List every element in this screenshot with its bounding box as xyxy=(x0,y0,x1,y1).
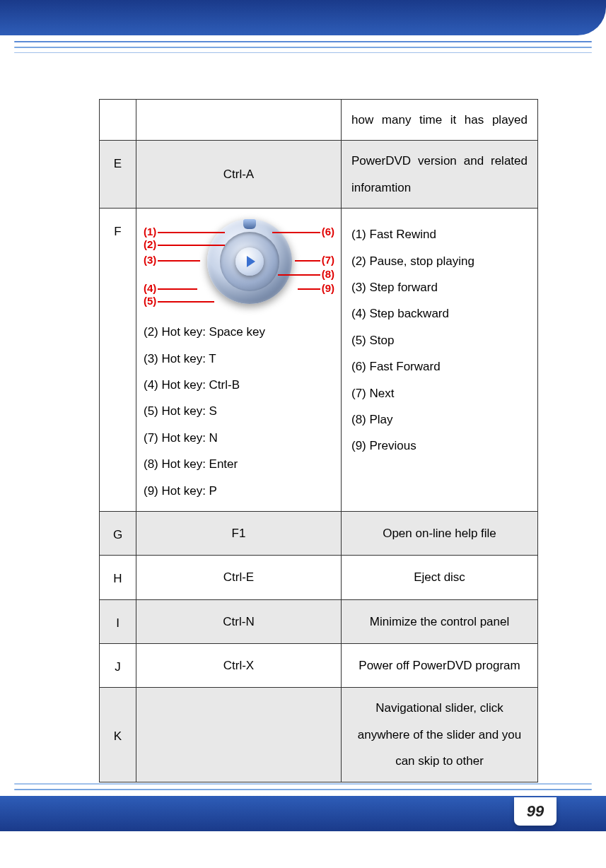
page-number: 99 xyxy=(514,797,557,826)
hotkey-item: (3) Hot key: T xyxy=(144,346,334,372)
footer-decorative-band: 99 xyxy=(0,783,606,868)
header-decorative-band xyxy=(0,0,606,92)
row-label: E xyxy=(100,141,136,209)
row-key xyxy=(136,100,342,141)
table-row: G F1 Open on-line help file xyxy=(100,511,538,555)
callout-6: (6) xyxy=(271,220,334,243)
function-item: (6) Fast Forward xyxy=(351,353,530,380)
row-label: I xyxy=(100,599,136,643)
callout-9: (9) xyxy=(296,276,334,300)
row-key: Ctrl-A xyxy=(136,141,342,209)
row-key: F1 xyxy=(136,511,342,555)
hotkey-item: (2) Hot key: Space key xyxy=(144,319,334,345)
row-key: Ctrl-E xyxy=(136,556,342,599)
function-item: (8) Play xyxy=(351,406,530,433)
table-row: how many time it has played xyxy=(100,100,538,141)
function-item: (2) Pause, stop playing xyxy=(351,248,530,274)
row-desc: Open on-line help file xyxy=(342,511,538,555)
function-item: (1) Fast Rewind xyxy=(351,221,530,247)
row-label: K xyxy=(100,688,136,782)
table-row: E Ctrl-A PowerDVD version and related in… xyxy=(100,141,538,209)
hotkey-item: (9) Hot key: P xyxy=(144,478,334,504)
function-item: (9) Previous xyxy=(351,433,530,459)
callout-3: (3) xyxy=(144,248,202,271)
table-row-f: F (1) (2) (3) (4) (5) (6) (7) xyxy=(100,209,538,512)
callout-5: (5) xyxy=(144,289,216,312)
hotkey-list: (2) Hot key: Space key (3) Hot key: T (4… xyxy=(144,319,334,504)
hotkey-item: (4) Hot key: Ctrl-B xyxy=(144,372,334,398)
function-item: (7) Next xyxy=(351,380,530,406)
function-list-cell: (1) Fast Rewind (2) Pause, stop playing … xyxy=(342,209,538,512)
row-key xyxy=(136,688,342,782)
row-desc: Eject disc xyxy=(342,556,538,599)
hotkey-item: (8) Hot key: Enter xyxy=(144,451,334,477)
row-key: Ctrl-X xyxy=(136,644,342,688)
hotkey-item: (7) Hot key: N xyxy=(144,425,334,451)
row-desc: Minimize the control panel xyxy=(342,599,538,643)
row-desc: how many time it has played xyxy=(342,100,538,141)
row-desc: Power off PowerDVD program xyxy=(342,644,538,688)
play-icon xyxy=(235,247,264,276)
table-row: J Ctrl-X Power off PowerDVD program xyxy=(100,644,538,688)
shortcuts-table: how many time it has played E Ctrl-A Pow… xyxy=(99,99,538,782)
row-label: H xyxy=(100,556,136,599)
function-item: (3) Step forward xyxy=(351,274,530,300)
control-wheel-diagram: (1) (2) (3) (4) (5) (6) (7) (8) (9) xyxy=(144,216,334,315)
table-row: H Ctrl-E Eject disc xyxy=(100,556,538,599)
hotkey-item: (5) Hot key: S xyxy=(144,398,334,424)
main-content: how many time it has played E Ctrl-A Pow… xyxy=(99,99,537,782)
row-desc: PowerDVD version and related inforamtion xyxy=(342,141,538,209)
row-label: G xyxy=(100,511,136,555)
table-row: I Ctrl-N Minimize the control panel xyxy=(100,599,538,643)
function-item: (4) Step backward xyxy=(351,300,530,327)
control-wheel-cell: (1) (2) (3) (4) (5) (6) (7) (8) (9) (2) … xyxy=(136,209,342,512)
row-label: J xyxy=(100,644,136,688)
function-item: (5) Stop xyxy=(351,327,530,353)
table-row: K Navigational slider, click anywhere of… xyxy=(100,688,538,782)
row-label xyxy=(100,100,136,141)
row-key: Ctrl-N xyxy=(136,599,342,643)
row-label: F xyxy=(100,209,136,512)
row-desc: Navigational slider, click anywhere of t… xyxy=(342,688,538,782)
